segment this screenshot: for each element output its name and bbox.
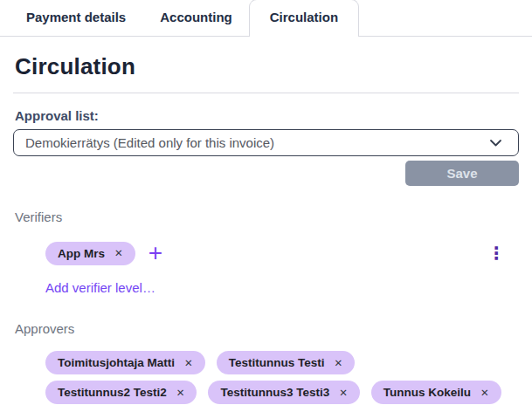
- verifier-chip: App Mrs ✕: [45, 242, 135, 265]
- approver-chip-label: Testitunnus3 Testi3: [220, 386, 329, 399]
- approver-chip-label: Testitunnus2 Testi2: [58, 386, 167, 399]
- remove-approver-icon[interactable]: ✕: [480, 387, 489, 399]
- page-title: Circulation: [15, 53, 519, 80]
- remove-approver-icon[interactable]: ✕: [334, 357, 342, 369]
- verifier-level-row: App Mrs ✕ + ⋮: [13, 241, 519, 265]
- kebab-menu-icon[interactable]: ⋮: [487, 244, 505, 262]
- circulation-panel: Circulation Approval list: Demokierrätys…: [0, 53, 532, 405]
- remove-approver-icon[interactable]: ✕: [184, 357, 193, 369]
- tab-circulation[interactable]: Circulation: [249, 0, 359, 37]
- approval-list-label: Approval list:: [15, 108, 519, 123]
- tab-payment-details[interactable]: Payment details: [26, 0, 126, 36]
- tab-bar: Payment details Accounting Circulation: [0, 0, 532, 37]
- title-divider: [13, 93, 519, 93]
- verifier-chip-label: App Mrs: [58, 247, 105, 260]
- remove-approver-icon[interactable]: ✕: [339, 387, 348, 399]
- chevron-down-icon: [488, 135, 503, 150]
- approval-list-selected-value: Demokierrätys (Edited only for this invo…: [25, 135, 274, 150]
- approver-chip: Tunnus Kokeilu ✕: [371, 381, 501, 404]
- save-row: Save: [13, 161, 519, 186]
- add-verifier-level-link[interactable]: Add verifier level…: [45, 280, 155, 295]
- approver-chip: Toimitusjohtaja Matti ✕: [45, 351, 205, 374]
- approver-chips: Toimitusjohtaja Matti ✕ Testitunnus Test…: [13, 351, 502, 405]
- approver-chip: Testitunnus Testi ✕: [217, 351, 355, 374]
- approver-chip-label: Tunnus Kokeilu: [383, 386, 471, 399]
- add-verifier-icon[interactable]: +: [149, 241, 162, 265]
- approver-chip-label: Toimitusjohtaja Matti: [58, 356, 175, 369]
- approval-list-select[interactable]: Demokierrätys (Edited only for this invo…: [13, 129, 519, 156]
- approver-chip: Testitunnus3 Testi3 ✕: [208, 381, 359, 404]
- verifiers-section-label: Verifiers: [15, 209, 519, 224]
- remove-verifier-icon[interactable]: ✕: [114, 247, 123, 259]
- tab-accounting[interactable]: Accounting: [160, 0, 232, 36]
- approvers-section-label: Approvers: [15, 321, 519, 336]
- remove-approver-icon[interactable]: ✕: [176, 387, 185, 399]
- approver-chip-label: Testitunnus Testi: [229, 356, 325, 369]
- save-button[interactable]: Save: [405, 161, 519, 186]
- approver-chip: Testitunnus2 Testi2 ✕: [45, 381, 197, 404]
